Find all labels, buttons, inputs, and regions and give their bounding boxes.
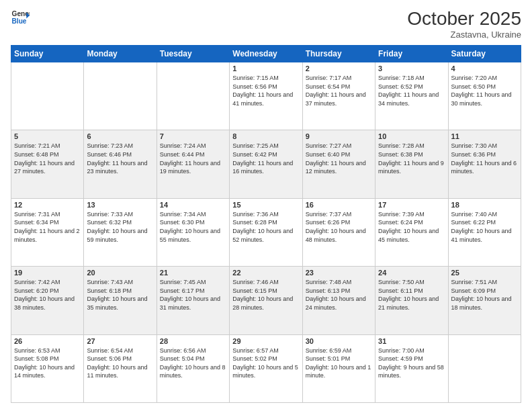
day-number: 10 bbox=[378, 132, 445, 140]
cell-info: Sunrise: 7:20 AM bbox=[451, 74, 518, 83]
day-number: 6 bbox=[87, 132, 153, 140]
week-row-5: 26Sunrise: 6:53 AMSunset: 5:08 PMDayligh… bbox=[11, 334, 521, 402]
day-number: 28 bbox=[160, 337, 226, 345]
day-number: 2 bbox=[306, 64, 372, 73]
day-number: 18 bbox=[451, 201, 518, 209]
day-number: 8 bbox=[232, 132, 299, 140]
cell-info: Sunset: 6:34 PM bbox=[14, 218, 81, 227]
calendar-cell: 16Sunrise: 7:37 AMSunset: 6:26 PMDayligh… bbox=[302, 198, 375, 266]
day-number: 13 bbox=[87, 201, 153, 209]
cell-info: Sunset: 6:09 PM bbox=[451, 287, 518, 295]
cell-info: Sunset: 6:26 PM bbox=[306, 218, 372, 227]
cell-info: Sunset: 6:24 PM bbox=[378, 218, 445, 227]
day-number: 3 bbox=[378, 64, 445, 73]
day-number: 22 bbox=[232, 269, 299, 277]
weekday-tuesday: Tuesday bbox=[157, 46, 229, 62]
day-number: 7 bbox=[160, 132, 226, 140]
svg-text:Blue: Blue bbox=[12, 17, 27, 25]
logo-icon: General Blue bbox=[11, 8, 30, 27]
cell-info: Daylight: 11 hours and 9 minutes. bbox=[378, 159, 445, 176]
header: General Blue October 2025 Zastavna, Ukra… bbox=[11, 8, 521, 40]
cell-info: Sunset: 6:13 PM bbox=[306, 287, 372, 295]
calendar-cell: 30Sunrise: 6:59 AMSunset: 5:01 PMDayligh… bbox=[302, 334, 375, 402]
calendar-table: SundayMondayTuesdayWednesdayThursdayFrid… bbox=[11, 45, 521, 403]
cell-info: Sunset: 6:11 PM bbox=[378, 287, 445, 295]
calendar-cell: 28Sunrise: 6:56 AMSunset: 5:04 PMDayligh… bbox=[157, 334, 229, 402]
cell-info: Daylight: 10 hours and 14 minutes. bbox=[14, 363, 81, 380]
cell-info: Daylight: 10 hours and 28 minutes. bbox=[232, 295, 299, 312]
day-number: 26 bbox=[14, 337, 81, 345]
cell-info: Sunrise: 7:42 AM bbox=[14, 278, 81, 287]
cell-info: Sunset: 6:15 PM bbox=[232, 287, 299, 295]
calendar-cell: 26Sunrise: 6:53 AMSunset: 5:08 PMDayligh… bbox=[11, 334, 84, 402]
cell-info: Daylight: 10 hours and 48 minutes. bbox=[306, 227, 372, 244]
cell-info: Sunrise: 7:17 AM bbox=[306, 74, 372, 83]
cell-info: Sunset: 6:50 PM bbox=[451, 83, 518, 91]
day-number: 14 bbox=[160, 201, 226, 209]
calendar-cell: 8Sunrise: 7:25 AMSunset: 6:42 PMDaylight… bbox=[230, 130, 302, 198]
cell-info: Daylight: 10 hours and 21 minutes. bbox=[378, 295, 445, 312]
week-row-3: 12Sunrise: 7:31 AMSunset: 6:34 PMDayligh… bbox=[11, 198, 521, 266]
cell-info: Sunrise: 7:30 AM bbox=[451, 142, 518, 150]
weekday-saturday: Saturday bbox=[448, 46, 521, 62]
cell-info: Sunset: 6:52 PM bbox=[378, 83, 445, 91]
calendar-cell: 21Sunrise: 7:45 AMSunset: 6:17 PMDayligh… bbox=[157, 267, 229, 334]
calendar-cell: 23Sunrise: 7:48 AMSunset: 6:13 PMDayligh… bbox=[302, 267, 375, 334]
cell-info: Daylight: 10 hours and 1 minute. bbox=[306, 363, 372, 380]
day-number: 9 bbox=[306, 132, 372, 140]
cell-info: Sunset: 6:20 PM bbox=[14, 287, 81, 295]
cell-info: Sunset: 6:38 PM bbox=[378, 150, 445, 159]
cell-info: Daylight: 11 hours and 2 minutes. bbox=[14, 227, 81, 244]
cell-info: Sunset: 6:36 PM bbox=[451, 150, 518, 159]
cell-info: Sunrise: 7:34 AM bbox=[160, 210, 226, 219]
cell-info: Sunset: 6:32 PM bbox=[87, 218, 153, 227]
cell-info: Sunrise: 6:56 AM bbox=[160, 347, 226, 355]
cell-info: Sunset: 6:48 PM bbox=[14, 150, 81, 159]
calendar-cell: 2Sunrise: 7:17 AMSunset: 6:54 PMDaylight… bbox=[302, 62, 375, 130]
cell-info: Daylight: 11 hours and 30 minutes. bbox=[451, 91, 518, 107]
cell-info: Daylight: 10 hours and 31 minutes. bbox=[160, 295, 226, 312]
calendar-cell: 4Sunrise: 7:20 AMSunset: 6:50 PMDaylight… bbox=[448, 62, 521, 130]
cell-info: Sunrise: 7:36 AM bbox=[232, 210, 299, 219]
cell-info: Sunrise: 7:40 AM bbox=[451, 210, 518, 219]
calendar-cell bbox=[157, 62, 229, 130]
cell-info: Daylight: 10 hours and 24 minutes. bbox=[306, 295, 372, 312]
cell-info: Sunset: 6:22 PM bbox=[451, 218, 518, 227]
cell-info: Sunset: 5:02 PM bbox=[232, 355, 299, 363]
cell-info: Sunrise: 7:31 AM bbox=[14, 210, 81, 219]
cell-info: Sunset: 6:17 PM bbox=[160, 287, 226, 295]
cell-info: Daylight: 9 hours and 58 minutes. bbox=[378, 363, 445, 380]
day-number: 31 bbox=[378, 337, 445, 345]
day-number: 16 bbox=[306, 201, 372, 209]
cell-info: Sunrise: 7:24 AM bbox=[160, 142, 226, 150]
week-row-4: 19Sunrise: 7:42 AMSunset: 6:20 PMDayligh… bbox=[11, 267, 521, 334]
weekday-thursday: Thursday bbox=[302, 46, 375, 62]
calendar-cell: 6Sunrise: 7:23 AMSunset: 6:46 PMDaylight… bbox=[84, 130, 157, 198]
calendar-cell: 1Sunrise: 7:15 AMSunset: 6:56 PMDaylight… bbox=[230, 62, 302, 130]
cell-info: Sunrise: 7:50 AM bbox=[378, 278, 445, 287]
cell-info: Sunrise: 7:23 AM bbox=[87, 142, 153, 150]
cell-info: Sunset: 6:30 PM bbox=[160, 218, 226, 227]
calendar-cell bbox=[448, 334, 521, 402]
cell-info: Daylight: 10 hours and 45 minutes. bbox=[378, 227, 445, 244]
cell-info: Sunrise: 7:27 AM bbox=[306, 142, 372, 150]
cell-info: Daylight: 10 hours and 35 minutes. bbox=[87, 295, 153, 312]
cell-info: Sunset: 6:46 PM bbox=[87, 150, 153, 159]
cell-info: Daylight: 11 hours and 19 minutes. bbox=[160, 159, 226, 176]
calendar-cell: 15Sunrise: 7:36 AMSunset: 6:28 PMDayligh… bbox=[230, 198, 302, 266]
cell-info: Sunrise: 7:21 AM bbox=[14, 142, 81, 150]
calendar-cell: 31Sunrise: 7:00 AMSunset: 4:59 PMDayligh… bbox=[375, 334, 448, 402]
cell-info: Sunset: 5:04 PM bbox=[160, 355, 226, 363]
cell-info: Sunset: 6:54 PM bbox=[306, 83, 372, 91]
cell-info: Sunset: 6:28 PM bbox=[232, 218, 299, 227]
day-number: 11 bbox=[451, 132, 518, 140]
day-number: 24 bbox=[378, 269, 445, 277]
cell-info: Sunrise: 7:33 AM bbox=[87, 210, 153, 219]
cell-info: Sunrise: 7:25 AM bbox=[232, 142, 299, 150]
cell-info: Daylight: 11 hours and 37 minutes. bbox=[306, 91, 372, 107]
day-number: 20 bbox=[87, 269, 153, 277]
day-number: 29 bbox=[232, 337, 299, 345]
cell-info: Sunset: 6:18 PM bbox=[87, 287, 153, 295]
day-number: 19 bbox=[14, 269, 81, 277]
cell-info: Sunset: 6:42 PM bbox=[232, 150, 299, 159]
